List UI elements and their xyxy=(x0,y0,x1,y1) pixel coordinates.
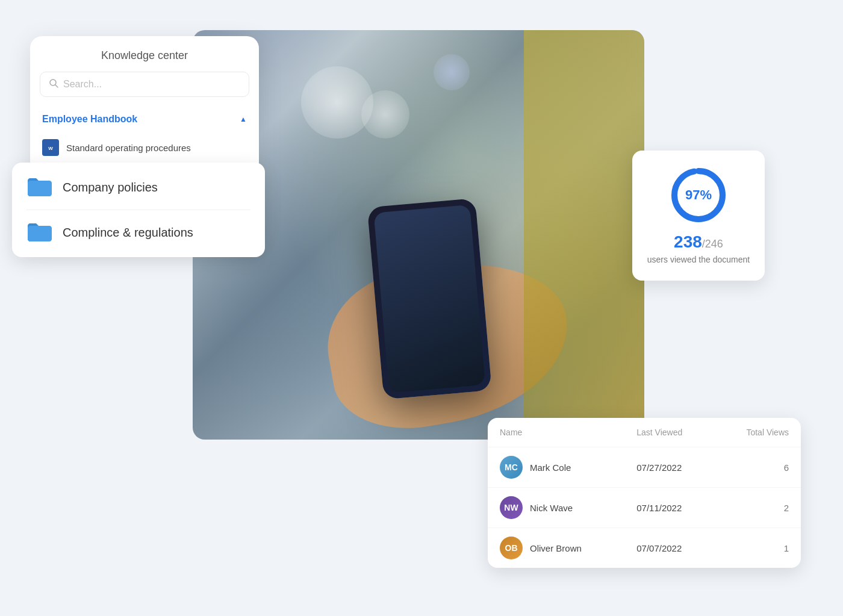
word-icon: W xyxy=(42,139,59,156)
user-name-cell: MC Mark Cole xyxy=(488,447,624,488)
section-arrow: ▲ xyxy=(240,115,247,123)
folder-item-compliance[interactable]: Complince & regulations xyxy=(26,221,250,244)
search-icon xyxy=(49,78,58,90)
folder-item-policies[interactable]: Company policies xyxy=(26,176,250,199)
stats-card: 97% 238/246 users viewed the document xyxy=(632,151,765,281)
search-placeholder: Search... xyxy=(63,79,102,90)
folder-name-policies: Company policies xyxy=(63,181,158,194)
avatar-mark: MC xyxy=(500,456,523,479)
list-item[interactable]: W Standard operating procedures xyxy=(30,132,259,163)
search-bar[interactable]: Search... xyxy=(40,72,249,97)
last-viewed-nick: 07/11/2022 xyxy=(624,488,715,528)
svg-line-1 xyxy=(55,85,58,87)
knowledge-center-title: Knowledge center xyxy=(30,36,259,72)
col-header-name: Name xyxy=(488,418,624,447)
stats-count-row: 238/246 xyxy=(644,232,753,252)
table-row: NW Nick Wave 07/11/2022 2 xyxy=(488,488,801,528)
donut-chart: 97% xyxy=(668,165,729,225)
users-table: Name Last Viewed Total Views MC Mark Col… xyxy=(488,418,801,568)
user-name-cell: OB Oliver Brown xyxy=(488,528,624,568)
stats-viewed-count: 238 xyxy=(674,232,702,251)
user-name-nick: Nick Wave xyxy=(530,503,573,513)
folder-icon-policies xyxy=(26,176,53,199)
last-viewed-mark: 07/27/2022 xyxy=(624,447,715,488)
table-row: OB Oliver Brown 07/07/2022 1 xyxy=(488,528,801,568)
last-viewed-oliver: 07/07/2022 xyxy=(624,528,715,568)
user-name-cell: NW Nick Wave xyxy=(488,488,624,528)
doc-name-1: Standard operating procedures xyxy=(66,143,191,153)
avatar-oliver: OB xyxy=(500,537,523,559)
folder-name-compliance: Complince & regulations xyxy=(63,226,193,240)
svg-text:W: W xyxy=(48,146,53,151)
total-views-nick: 2 xyxy=(715,488,801,528)
donut-percent: 97% xyxy=(685,187,712,203)
stats-label: users viewed the document xyxy=(644,254,753,266)
folder-divider xyxy=(26,210,250,210)
user-name-oliver: Oliver Brown xyxy=(530,543,582,553)
col-header-last-viewed: Last Viewed xyxy=(624,418,715,447)
folder-card-policies: Company policies Complince & regulations xyxy=(12,163,265,257)
folder-icon-compliance xyxy=(26,221,53,244)
section-header[interactable]: Employee Handbook ▲ xyxy=(30,107,259,132)
section-title: Employee Handbook xyxy=(42,114,137,125)
user-name-mark: Mark Cole xyxy=(530,462,571,473)
avatar-nick: NW xyxy=(500,496,523,519)
col-header-total-views: Total Views xyxy=(715,418,801,447)
stats-total: /246 xyxy=(702,238,723,250)
users-card: Name Last Viewed Total Views MC Mark Col… xyxy=(488,418,801,568)
total-views-mark: 6 xyxy=(715,447,801,488)
table-row: MC Mark Cole 07/27/2022 6 xyxy=(488,447,801,488)
total-views-oliver: 1 xyxy=(715,528,801,568)
phone-shape xyxy=(367,198,492,399)
